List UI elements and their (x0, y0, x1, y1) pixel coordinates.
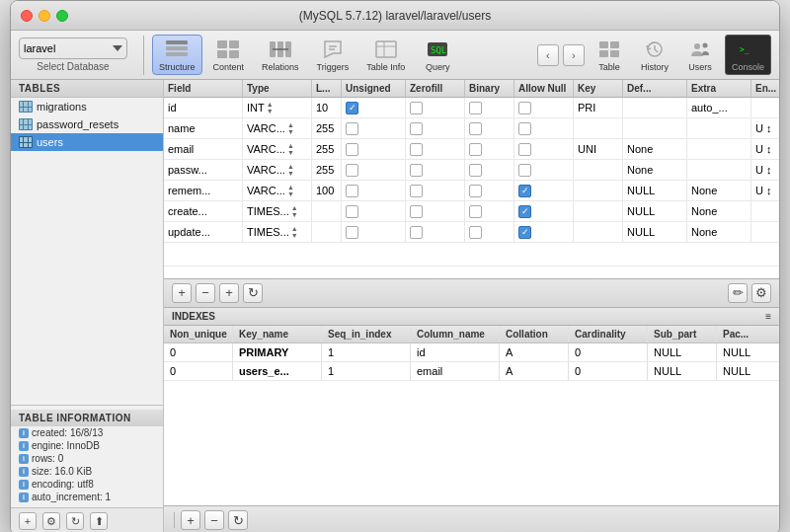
allownull-cell[interactable] (514, 118, 574, 138)
refresh-table-button[interactable]: ↻ (243, 283, 263, 303)
tab-table[interactable]: Table (589, 35, 630, 75)
allownull-checkbox[interactable] (518, 185, 531, 197)
allownull-cell[interactable] (514, 201, 574, 221)
unsigned-checkbox[interactable] (346, 185, 358, 197)
unsigned-checkbox[interactable] (346, 205, 358, 218)
tab-structure[interactable]: Structure (152, 35, 202, 75)
zerofill-checkbox[interactable] (410, 226, 423, 239)
remove-row-button[interactable]: − (196, 283, 215, 303)
table-row[interactable]: passw... VARC...▲▼ 255 None U ↕ utf ↕ (164, 160, 779, 181)
binary-checkbox[interactable] (469, 143, 482, 156)
stepper[interactable]: ▲▼ (291, 204, 298, 218)
close-button[interactable] (21, 10, 33, 22)
minimize-button[interactable] (39, 10, 50, 22)
binary-checkbox[interactable] (469, 102, 482, 114)
sidebar-item-users[interactable]: users (11, 133, 163, 151)
unsigned-cell[interactable] (342, 118, 406, 138)
footer-add-button[interactable]: + (181, 510, 200, 530)
allownull-cell[interactable] (514, 181, 574, 200)
tab-console[interactable]: >_ Console (725, 35, 771, 75)
settings2-button[interactable]: ⚙ (751, 283, 771, 303)
allownull-cell[interactable] (514, 98, 574, 117)
table-row[interactable]: id INT▲▼ 10 PRI auto_... (164, 98, 779, 118)
unsigned-cell[interactable] (342, 160, 406, 180)
unsigned-checkbox[interactable] (346, 226, 358, 239)
allownull-cell[interactable] (514, 139, 574, 159)
tab-content[interactable]: Content (206, 35, 252, 75)
binary-checkbox[interactable] (469, 122, 482, 135)
allownull-checkbox[interactable] (518, 102, 531, 114)
binary-cell[interactable] (465, 160, 514, 180)
binary-checkbox[interactable] (469, 185, 482, 197)
table-row[interactable]: remem... VARC...▲▼ 100 NULL None U ↕ utf… (164, 181, 779, 201)
zerofill-cell[interactable] (406, 201, 465, 221)
add-row-button[interactable]: + (172, 283, 192, 303)
refresh-button[interactable]: ↻ (66, 512, 84, 530)
stepper[interactable]: ▲▼ (287, 163, 294, 177)
unsigned-checkbox[interactable] (346, 102, 358, 114)
allownull-checkbox[interactable] (518, 164, 531, 177)
allownull-checkbox[interactable] (518, 205, 531, 218)
binary-cell[interactable] (465, 139, 514, 159)
allownull-checkbox[interactable] (518, 226, 531, 239)
sidebar-item-password-resets[interactable]: password_resets (11, 115, 163, 133)
tab-history[interactable]: History (634, 35, 675, 75)
zerofill-checkbox[interactable] (410, 143, 423, 156)
unsigned-checkbox[interactable] (346, 143, 358, 156)
binary-checkbox[interactable] (469, 164, 482, 177)
table-row[interactable]: update... TIMES...▲▼ NULL None (164, 222, 779, 243)
binary-cell[interactable] (465, 201, 514, 221)
binary-cell[interactable] (465, 181, 514, 200)
zerofill-checkbox[interactable] (410, 102, 423, 114)
zerofill-cell[interactable] (406, 181, 465, 200)
nav-forward-button[interactable]: › (563, 44, 585, 66)
unsigned-cell[interactable] (342, 222, 406, 242)
footer-remove-button[interactable]: − (204, 510, 224, 530)
zerofill-checkbox[interactable] (410, 205, 423, 218)
stepper[interactable]: ▲▼ (287, 142, 294, 156)
unsigned-cell[interactable] (342, 98, 406, 117)
tab-users[interactable]: Users (679, 35, 721, 75)
zerofill-cell[interactable] (406, 139, 465, 159)
duplicate-row-button[interactable]: + (219, 283, 239, 303)
zerofill-cell[interactable] (406, 98, 465, 117)
add-table-button[interactable]: + (19, 512, 37, 530)
table-row[interactable]: name VARC...▲▼ 255 U ↕ utf ↕ (164, 118, 779, 139)
index-row[interactable]: 0 PRIMARY 1 id A 0 NULL NULL (164, 343, 779, 362)
tab-tableinfo[interactable]: Table Info (359, 35, 412, 75)
binary-cell[interactable] (465, 98, 514, 117)
stepper[interactable]: ▲▼ (267, 101, 274, 114)
zerofill-checkbox[interactable] (410, 164, 423, 177)
tab-relations[interactable]: Relations (255, 35, 306, 75)
settings-button[interactable]: ⚙ (42, 512, 60, 530)
zerofill-cell[interactable] (406, 222, 465, 242)
stepper[interactable]: ▲▼ (291, 225, 298, 239)
stepper[interactable]: ▲▼ (287, 184, 294, 197)
binary-cell[interactable] (465, 222, 514, 242)
unsigned-checkbox[interactable] (346, 164, 358, 177)
maximize-button[interactable] (56, 10, 68, 22)
binary-checkbox[interactable] (469, 226, 482, 239)
table-row[interactable]: create... TIMES...▲▼ NULL None (164, 201, 779, 222)
unsigned-cell[interactable] (342, 201, 406, 221)
allownull-checkbox[interactable] (518, 143, 531, 156)
tab-triggers[interactable]: Triggers (310, 35, 356, 75)
binary-cell[interactable] (465, 118, 514, 138)
zerofill-cell[interactable] (406, 160, 465, 180)
edit-button[interactable]: ✏ (728, 283, 748, 303)
zerofill-cell[interactable] (406, 118, 465, 138)
db-select[interactable]: laravel (19, 38, 127, 59)
binary-checkbox[interactable] (469, 205, 482, 218)
sidebar-item-migrations[interactable]: migrations (11, 98, 163, 115)
allownull-cell[interactable] (514, 160, 574, 180)
zerofill-checkbox[interactable] (410, 122, 423, 135)
index-row[interactable]: 0 users_e... 1 email A 0 NULL NULL (164, 362, 779, 381)
table-row[interactable]: email VARC...▲▼ 255 UNI None U ↕ utf ↕ (164, 139, 779, 160)
footer-refresh-button[interactable]: ↻ (228, 510, 248, 530)
stepper[interactable]: ▲▼ (287, 121, 294, 135)
allownull-checkbox[interactable] (518, 122, 531, 135)
unsigned-cell[interactable] (342, 181, 406, 200)
unsigned-checkbox[interactable] (346, 122, 358, 135)
allownull-cell[interactable] (514, 222, 574, 242)
export-button[interactable]: ⬆ (90, 512, 108, 530)
